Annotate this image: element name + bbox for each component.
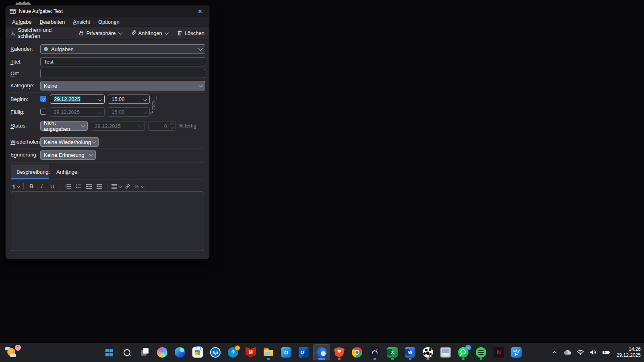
- titel-value: Test: [44, 59, 54, 65]
- taskbar-app-netflix[interactable]: N: [490, 344, 507, 360]
- tab-anhaenge[interactable]: Anhänge:: [51, 165, 85, 179]
- chevron-down-icon: [17, 184, 20, 187]
- faellig-time-field[interactable]: 15:00: [108, 107, 150, 117]
- close-icon[interactable]: ✕: [195, 7, 205, 16]
- erinnerung-label: Erinnerung:: [10, 152, 37, 158]
- taskbar-app-help[interactable]: ?: [225, 344, 242, 360]
- outdent-button[interactable]: [84, 182, 94, 191]
- indent-icon: [96, 183, 103, 189]
- weather-widget-button[interactable]: 1: [4, 345, 22, 360]
- search-button[interactable]: [118, 344, 135, 360]
- menu-ansicht[interactable]: Ansicht: [70, 18, 93, 26]
- outdent-icon: [86, 183, 92, 189]
- chevron-down-icon: [81, 123, 85, 128]
- indent-button[interactable]: [95, 182, 104, 191]
- faellig-checkbox[interactable]: [40, 109, 46, 115]
- attach-button[interactable]: Anhängen: [131, 30, 167, 36]
- bold-button[interactable]: B: [27, 182, 36, 191]
- wiederholen-label: Wiederholen:: [10, 139, 41, 145]
- photos-icon: [440, 347, 451, 358]
- taskbar: 1 hp?MOOXW1Nsky: [0, 343, 644, 362]
- thunderbird-icon: [316, 347, 327, 358]
- menu-optionen[interactable]: Optionen: [95, 18, 123, 26]
- taskbar-app-spotify[interactable]: [473, 344, 489, 360]
- save-and-close-button[interactable]: Speichern und schließen: [10, 27, 69, 39]
- tab-beschreibung[interactable]: Beschreibung:: [11, 165, 49, 179]
- beginn-checkbox[interactable]: [40, 96, 46, 102]
- save-icon: [10, 30, 15, 36]
- football-icon: [423, 347, 433, 358]
- outlook-classic-icon: O: [299, 347, 309, 358]
- battery-tray-icon[interactable]: [602, 348, 610, 357]
- taskbar-app-word[interactable]: W: [402, 344, 419, 360]
- beginn-date-field[interactable]: 29.12.2025: [50, 95, 105, 104]
- faellig-date-value: 29.12.2025: [54, 109, 80, 115]
- percent-suffix-label: % fertig: [179, 123, 196, 129]
- chevron-down-icon: [143, 109, 147, 113]
- taskbar-app-hp[interactable]: hp: [207, 344, 224, 360]
- taskbar-app-sky[interactable]: sky: [508, 344, 525, 360]
- titel-input[interactable]: Test: [40, 57, 205, 66]
- smiley-button[interactable]: ☺: [133, 182, 144, 191]
- menu-bearbeiten[interactable]: Bearbeiten: [36, 18, 68, 26]
- beginn-time-field[interactable]: 15:00: [108, 95, 150, 104]
- percent-value: 0: [164, 123, 167, 129]
- kalender-dropdown[interactable]: Aufgaben: [40, 44, 205, 54]
- chevron-down-icon[interactable]: [143, 96, 147, 101]
- erinnerung-dropdown[interactable]: Keine Erinnerung: [40, 150, 96, 160]
- task-view-button[interactable]: [136, 344, 153, 360]
- taskbar-app-football[interactable]: [419, 344, 436, 360]
- window-title: Neue Aufgabe: Test: [19, 8, 63, 14]
- taskbar-app-edge[interactable]: [171, 344, 188, 360]
- bullet-list-button[interactable]: [63, 182, 73, 191]
- copilot-icon: [157, 347, 167, 358]
- menubar: Aufgabe Bearbeiten Ansicht Optionen: [6, 17, 209, 27]
- italic-button[interactable]: I: [37, 182, 47, 191]
- hidden-icons-chevron[interactable]: [551, 348, 559, 357]
- taskbar-app-store[interactable]: [189, 344, 206, 360]
- spinner-buttons[interactable]: [169, 121, 175, 130]
- description-editor[interactable]: [11, 191, 204, 251]
- privacy-button[interactable]: Privatsphäre: [78, 30, 121, 36]
- wifi-tray-icon[interactable]: [576, 348, 584, 357]
- divider: [10, 119, 204, 119]
- insert-link-button[interactable]: [123, 182, 132, 191]
- menu-aufgabe[interactable]: Aufgabe: [9, 18, 35, 26]
- status-label: Status:: [10, 123, 27, 129]
- taskbar-app-whatsapp[interactable]: 1: [455, 344, 472, 360]
- align-button[interactable]: [110, 182, 122, 191]
- volume-tray-icon[interactable]: [589, 348, 597, 357]
- start-button[interactable]: [101, 344, 118, 360]
- percent-complete-spinner[interactable]: 0: [148, 121, 175, 131]
- chrome-icon: [352, 347, 362, 358]
- taskbar-app-thunderbird[interactable]: [313, 344, 330, 360]
- chevron-down-icon[interactable]: [98, 96, 102, 101]
- status-date-field[interactable]: 29.12.2025: [91, 121, 145, 131]
- wiederholen-dropdown[interactable]: Keine Wiederholung: [40, 137, 99, 147]
- taskbar-app-excel[interactable]: X: [384, 344, 401, 360]
- windows-logo-icon: [105, 349, 113, 356]
- taskbar-app-explorer[interactable]: [260, 344, 277, 360]
- taskbar-app-chrome[interactable]: [349, 344, 365, 360]
- underline-button[interactable]: U: [47, 182, 57, 191]
- taskbar-app-mcafee[interactable]: M: [242, 344, 259, 360]
- taskbar-app-outlook-classic[interactable]: O: [295, 344, 312, 360]
- numbered-list-button[interactable]: [74, 182, 83, 191]
- wifi-icon: [577, 350, 584, 355]
- ort-input[interactable]: [40, 69, 205, 78]
- taskbar-app-copilot[interactable]: [154, 344, 171, 360]
- taskbar-app-photos[interactable]: [437, 344, 454, 360]
- status-dropdown[interactable]: Nicht angegeben: [40, 121, 88, 131]
- help-icon: ?: [228, 347, 238, 358]
- taskbar-app-speedtest[interactable]: [366, 344, 383, 360]
- onedrive-tray-icon[interactable]: [564, 348, 572, 357]
- taskbar-app-outlook-new[interactable]: O: [278, 344, 295, 360]
- window-titlebar[interactable]: Neue Aufgabe: Test ✕: [6, 6, 209, 17]
- taskbar-clock[interactable]: 14:26 29.12.2025: [615, 346, 641, 358]
- delete-button[interactable]: Löschen: [177, 30, 204, 36]
- edge-icon: [175, 347, 185, 358]
- taskbar-app-brave[interactable]: [331, 344, 348, 360]
- kategorie-dropdown[interactable]: Keine: [40, 81, 205, 90]
- faellig-date-field[interactable]: 29.12.2025: [50, 107, 105, 117]
- paragraph-format-button[interactable]: ¶: [11, 182, 21, 191]
